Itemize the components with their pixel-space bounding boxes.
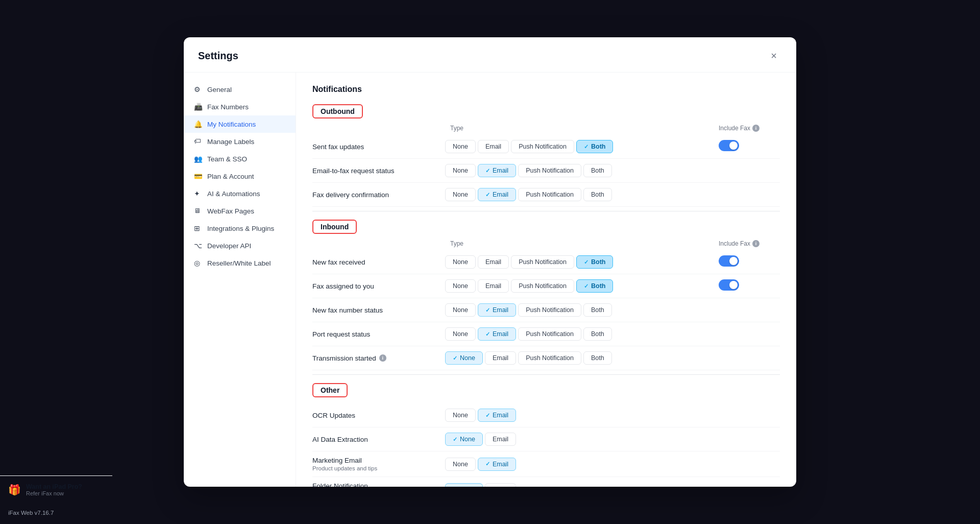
email-fax-push-btn[interactable]: Push Notification (518, 164, 581, 177)
inbound-include-fax-info-icon[interactable]: i (752, 240, 760, 247)
nav-item-my-notifications[interactable]: 🔔 My Notifications (184, 115, 296, 133)
ai-icon: ✦ (194, 189, 202, 198)
new-fax-none-btn[interactable]: None (445, 255, 476, 269)
transmission-info-icon[interactable]: i (379, 354, 386, 362)
notif-controls-fax-delivery: None ✓ Email Push Notification Both (445, 188, 719, 201)
fax-delivery-email-btn[interactable]: ✓ Email (478, 188, 516, 201)
sent-fax-toggle[interactable] (719, 140, 739, 151)
nav-item-plan-account[interactable]: 💳 Plan & Account (184, 168, 296, 185)
nav-item-integrations[interactable]: ⊞ Integrations & Plugins (184, 220, 296, 237)
outbound-inbound-divider (312, 211, 780, 211)
port-request-none-btn[interactable]: None (445, 327, 476, 341)
bell-icon: 🔔 (194, 120, 202, 128)
fax-delivery-none-btn[interactable]: None (445, 188, 476, 201)
nav-item-developer-api[interactable]: ⌥ Developer API (184, 237, 296, 254)
nav-item-manage-labels[interactable]: 🏷 Manage Labels (184, 133, 296, 150)
sent-fax-none-btn[interactable]: None (445, 140, 476, 153)
notif-row-email-to-fax: Email-to-fax request status None ✓ Email… (312, 159, 780, 183)
sent-fax-email-btn[interactable]: Email (478, 140, 509, 153)
notif-controls-new-fax-received: None Email Push Notification ✓ Both (445, 255, 719, 269)
email-fax-none-btn[interactable]: None (445, 164, 476, 177)
notif-name-new-fax-number-status: New fax number status (312, 306, 445, 314)
fax-num-status-email-btn[interactable]: ✓ Email (478, 303, 516, 317)
sent-fax-both-btn[interactable]: ✓ Both (576, 140, 613, 153)
nav-item-ai-automations[interactable]: ✦ AI & Automations (184, 185, 296, 202)
new-fax-email-btn[interactable]: Email (478, 255, 509, 269)
notif-name-transmission-started: Transmission started i (312, 354, 445, 362)
transmission-push-btn[interactable]: Push Notification (518, 351, 581, 365)
fax-num-status-none-btn[interactable]: None (445, 303, 476, 317)
marketing-email-btn[interactable]: ✓ Email (478, 458, 516, 471)
folder-email-btn[interactable]: Email (485, 483, 516, 487)
notif-row-new-fax-received: New fax received None Email Push Notific… (312, 250, 780, 274)
new-fax-push-btn[interactable]: Push Notification (511, 255, 574, 269)
fax-assigned-push-btn[interactable]: Push Notification (511, 279, 574, 293)
marketing-email-check: ✓ (485, 461, 490, 467)
fax-num-status-both-btn[interactable]: Both (583, 303, 612, 317)
tag-icon: 🏷 (194, 137, 202, 146)
fax-assigned-email-btn[interactable]: Email (478, 279, 509, 293)
fax-delivery-push-btn[interactable]: Push Notification (518, 188, 581, 201)
modal-title: Settings (198, 50, 238, 62)
notif-name-fax-assigned: Fax assigned to you (312, 282, 445, 290)
notif-row-transmission-started: Transmission started i ✓ None Email Push… (312, 346, 780, 370)
notifications-content: Notifications Outbound Type Include Fax … (296, 73, 796, 487)
nav-item-team-sso[interactable]: 👥 Team & SSO (184, 150, 296, 168)
notif-name-ai-extraction: AI Data Extraction (312, 436, 445, 443)
email-fax-both-btn[interactable]: Both (583, 164, 612, 177)
fax-assigned-toggle[interactable] (719, 279, 739, 291)
sent-fax-toggle-container (719, 140, 780, 153)
new-fax-toggle-container (719, 255, 780, 269)
fax-num-status-push-btn[interactable]: Push Notification (518, 303, 581, 317)
nav-item-reseller[interactable]: ◎ Reseller/White Label (184, 254, 296, 272)
notif-row-fax-assigned: Fax assigned to you None Email Push Noti… (312, 274, 780, 298)
fax-delivery-email-check: ✓ (485, 192, 490, 198)
web-icon: 🖥 (194, 207, 202, 215)
notif-controls-sent-fax-updates: None Email Push Notification ✓ Both (445, 140, 719, 153)
sent-fax-both-check: ✓ (584, 144, 589, 150)
inbound-section-header: Inbound (312, 220, 357, 234)
new-fax-both-btn[interactable]: ✓ Both (576, 255, 613, 269)
transmission-none-check: ✓ (453, 355, 457, 362)
notif-row-sent-fax-updates: Sent fax updates None Email Push Notific… (312, 135, 780, 159)
fax-assigned-both-check: ✓ (584, 283, 589, 290)
outbound-type-col-header: Type (445, 125, 719, 132)
ai-none-btn[interactable]: ✓ None (445, 433, 483, 446)
plug-icon: ⊞ (194, 224, 202, 232)
inbound-include-fax-col-header: Include Fax i (719, 240, 780, 247)
plan-icon: 💳 (194, 172, 202, 180)
gear-icon: ⚙ (194, 85, 202, 93)
notif-controls-email-to-fax: None ✓ Email Push Notification Both (445, 164, 719, 177)
transmission-both-btn[interactable]: Both (583, 351, 612, 365)
include-fax-info-icon[interactable]: i (752, 125, 760, 132)
sent-fax-push-btn[interactable]: Push Notification (511, 140, 574, 153)
new-fax-toggle[interactable] (719, 255, 739, 267)
port-request-email-btn[interactable]: ✓ Email (478, 327, 516, 341)
notif-row-marketing-email: Marketing Email Product updates and tips… (312, 451, 780, 477)
folder-none-btn[interactable]: ✓ None (445, 483, 483, 487)
notif-row-ocr-updates: OCR Updates None ✓ Email (312, 403, 780, 427)
port-request-both-btn[interactable]: Both (583, 327, 612, 341)
outbound-col-headers: Type Include Fax i (312, 125, 780, 135)
fax-num-status-email-check: ✓ (485, 307, 490, 314)
inbound-type-col-header: Type (445, 240, 719, 247)
nav-item-general[interactable]: ⚙ General (184, 81, 296, 98)
transmission-none-btn[interactable]: ✓ None (445, 351, 483, 365)
notif-row-port-request: Port request status None ✓ Email Push No… (312, 322, 780, 346)
email-fax-email-btn[interactable]: ✓ Email (478, 164, 516, 177)
marketing-none-btn[interactable]: None (445, 458, 476, 471)
transmission-email-btn[interactable]: Email (485, 351, 516, 365)
nav-item-webfax-pages[interactable]: 🖥 WebFax Pages (184, 202, 296, 220)
notif-controls-folder-notification: ✓ None Email (445, 483, 780, 487)
ai-email-btn[interactable]: Email (485, 433, 516, 446)
ocr-none-btn[interactable]: None (445, 409, 476, 422)
ocr-email-btn[interactable]: ✓ Email (478, 409, 516, 422)
port-request-push-btn[interactable]: Push Notification (518, 327, 581, 341)
fax-assigned-none-btn[interactable]: None (445, 279, 476, 293)
notif-name-marketing-email: Marketing Email Product updates and tips (312, 457, 445, 471)
modal-header: Settings × (184, 37, 796, 73)
close-button[interactable]: × (766, 47, 782, 64)
fax-delivery-both-btn[interactable]: Both (583, 188, 612, 201)
fax-assigned-both-btn[interactable]: ✓ Both (576, 279, 613, 293)
nav-item-fax-numbers[interactable]: 📠 Fax Numbers (184, 98, 296, 115)
